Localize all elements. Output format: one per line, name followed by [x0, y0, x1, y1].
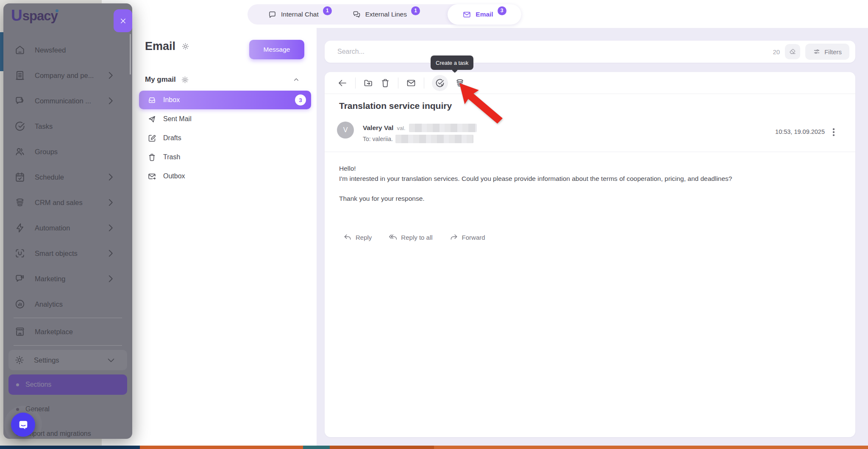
nav-item[interactable]: Groups [3, 139, 132, 164]
nav-item[interactable]: Smart objects [3, 241, 132, 266]
nav-item-icon [14, 146, 25, 157]
email-subject: Translation service inquiry [339, 101, 452, 111]
nav-item-icon [14, 273, 25, 284]
chevron-right-icon [105, 70, 116, 81]
chevron-down-icon [106, 355, 116, 365]
redacted-recipient-email [395, 135, 473, 143]
tab-label: Internal Chat [281, 11, 319, 18]
nav-item-label: Marketplace [35, 328, 73, 336]
support-chat-button[interactable] [11, 413, 35, 437]
channel-tab[interactable]: Internal Chat 1 [268, 10, 332, 19]
folder-label: Inbox [163, 96, 180, 104]
sender-name: Valery Val [363, 124, 393, 132]
email-panel-title: Email [145, 40, 175, 53]
message-button[interactable]: Message [249, 40, 304, 59]
filters-sliders-icon [813, 48, 821, 55]
action-label: Forward [462, 234, 485, 241]
folder-item[interactable]: Trash [139, 148, 311, 166]
folder-label: Drafts [163, 134, 181, 142]
email-paragraph: Hello! I'm interested in your translatio… [339, 164, 832, 184]
nav-item-label: Analytics [35, 300, 63, 308]
nav-item[interactable]: Marketing [3, 266, 132, 291]
left-edge-blue-bar [0, 32, 3, 71]
move-to-folder-button[interactable] [363, 78, 373, 88]
header-divider [325, 152, 855, 152]
email-action-button[interactable]: Reply to all [389, 233, 432, 241]
nav-item-label: Company and pe... [35, 72, 94, 80]
close-drawer-button[interactable] [114, 9, 132, 32]
nav-item-marketplace[interactable]: Marketplace [3, 319, 132, 344]
action-icon [343, 233, 352, 241]
nav-item[interactable]: Tasks [3, 114, 132, 139]
tab-icon [268, 10, 277, 19]
folder-item[interactable]: Outbox [139, 167, 311, 186]
chat-bubble-icon [17, 419, 29, 431]
folder-icon [147, 172, 156, 181]
collapse-account-chevron-up-icon[interactable] [293, 76, 300, 83]
nav-item[interactable]: Communication ... [3, 88, 132, 114]
filters-button[interactable]: Filters [805, 44, 849, 60]
email-action-button[interactable]: Reply [343, 233, 372, 241]
nav-item-icon [14, 44, 25, 55]
account-settings-gear-icon[interactable] [181, 76, 189, 84]
folder-item[interactable]: Inbox 3 [139, 91, 311, 109]
nav-divider [14, 318, 122, 318]
nav-item-icon [14, 70, 25, 81]
channel-tab[interactable]: Email 3 [448, 4, 521, 25]
kebab-icon [828, 127, 839, 138]
email-action-button[interactable]: Forward [450, 233, 485, 241]
uspacy-logo: U spacy [11, 8, 58, 23]
nav-item-icon [14, 95, 25, 106]
nav-item-label: Schedule [35, 173, 64, 181]
email-timestamp: 10:53, 19.09.2025 [775, 128, 825, 135]
create-task-tooltip: Create a task [431, 55, 473, 70]
search-input[interactable] [337, 48, 773, 55]
nav-item-label: Tasks [35, 122, 53, 130]
action-icon [389, 233, 397, 241]
tab-label: Email [476, 11, 493, 18]
bottom-desktop-strip [0, 446, 868, 449]
create-task-button-inner[interactable] [435, 78, 445, 88]
folder-move-icon [363, 78, 373, 88]
channel-tab[interactable]: External Lines 1 [352, 10, 420, 19]
clear-search-button[interactable] [785, 44, 800, 59]
delete-button[interactable] [380, 78, 390, 88]
drawer-nav: Newsfeed Company and pe... Communication… [3, 37, 132, 439]
folder-item[interactable]: Sent Mail [139, 110, 311, 128]
bullet-dot [16, 383, 19, 386]
nav-item[interactable]: CRM and sales [3, 190, 132, 215]
chevron-right-icon [105, 172, 116, 183]
nav-item-icon [14, 172, 25, 183]
toolbar-separator [424, 78, 424, 89]
nav-divider [14, 345, 122, 346]
folder-unread-badge: 3 [295, 94, 306, 105]
folder-item[interactable]: Drafts [139, 129, 311, 147]
sender-email-prefix: val. [397, 125, 405, 131]
nav-item[interactable]: Company and pe... [3, 63, 132, 88]
nav-item-settings[interactable]: Settings [8, 350, 127, 370]
email-more-menu-button[interactable] [828, 126, 839, 139]
folder-label: Outbox [163, 172, 185, 180]
mark-unread-button[interactable] [406, 78, 416, 88]
toolbar-separator [355, 78, 356, 89]
back-button[interactable] [337, 78, 348, 88]
email-settings-gear-icon[interactable] [181, 42, 189, 50]
sender-avatar: V [337, 122, 354, 139]
nav-item-label: Marketing [35, 275, 65, 283]
settings-sub-item[interactable]: Sections [8, 374, 127, 395]
create-task-button[interactable] [432, 75, 448, 91]
nav-item[interactable]: Analytics [3, 291, 132, 317]
eraser-icon [789, 48, 796, 55]
chevron-right-icon [105, 197, 116, 208]
nav-item[interactable]: Newsfeed [3, 37, 132, 63]
channel-tabs: Internal Chat 1 External Lines 1 Email 3 [248, 4, 521, 25]
red-annotation-arrow [454, 81, 509, 125]
nav-item[interactable]: Schedule [3, 164, 132, 190]
back-arrow-icon [337, 78, 348, 88]
folder-label: Sent Mail [163, 115, 192, 123]
nav-item[interactable]: Automation [3, 215, 132, 241]
search-bar: 20 Filters [325, 41, 855, 63]
tab-badge: 1 [411, 6, 420, 15]
nav-item-icon [14, 197, 25, 208]
chevron-right-icon [105, 222, 116, 233]
